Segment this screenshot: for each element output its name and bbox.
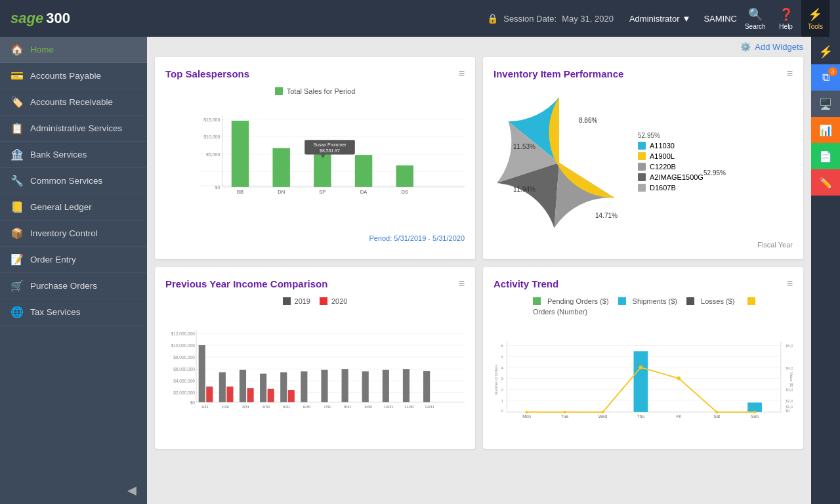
accounts-payable-icon: 💳 xyxy=(10,70,24,82)
sidebar-item-accounts-payable[interactable]: 💳 Accounts Payable xyxy=(0,63,147,89)
legend-a11030: A11030 xyxy=(638,142,793,150)
svg-rect-21 xyxy=(355,155,372,187)
sidebar-item-common-services[interactable]: 🔧 Common Services xyxy=(0,168,147,194)
help-button[interactable]: ❓ Help xyxy=(774,5,799,33)
widgets-grid: Top Salespersons ≡ Total Sales for Perio… xyxy=(155,57,803,449)
pie-percent-52: 52.95% xyxy=(638,132,793,139)
top-salespersons-title: Top Salespersons xyxy=(165,68,249,79)
svg-text:$0: $0 xyxy=(215,185,220,190)
svg-rect-11 xyxy=(232,121,249,187)
gear-icon: ⚙️ xyxy=(740,42,751,52)
svg-text:$3,000: $3,000 xyxy=(786,388,793,392)
svg-text:3: 3 xyxy=(501,377,503,381)
lightning-top-icon[interactable]: ⚡ xyxy=(818,39,833,64)
legend-2020: 2020 xyxy=(331,297,347,305)
svg-text:5/31: 5/31 xyxy=(283,405,290,409)
sidebar-item-accounts-receivable[interactable]: 🏷️ Accounts Receivable xyxy=(0,89,147,116)
edit-icon: ✏️ xyxy=(819,177,832,189)
sidebar-item-inventory-control[interactable]: 📦 Inventory Control xyxy=(0,220,147,247)
sidebar: 🏠 Home 💳 Accounts Payable 🏷️ Accounts Re… xyxy=(0,37,147,504)
svg-rect-46 xyxy=(240,370,246,402)
legend-orders: Orders (Number) xyxy=(533,308,587,316)
svg-text:6: 6 xyxy=(501,344,503,348)
legend-2019-box xyxy=(283,297,291,305)
svg-rect-49 xyxy=(260,373,266,402)
svg-text:SP: SP xyxy=(319,189,326,195)
svg-rect-13 xyxy=(272,148,289,187)
legend-2020-box xyxy=(320,297,327,305)
svg-rect-57 xyxy=(321,370,327,402)
pie-chart-area: 52.95% A11030 A1900L C1220B xyxy=(494,87,793,238)
svg-point-106 xyxy=(677,377,681,381)
svg-text:Susan Prommer: Susan Prommer xyxy=(313,142,346,147)
svg-text:11/30: 11/30 xyxy=(404,405,413,409)
right-icon-monitor[interactable]: 🖥️ xyxy=(811,91,840,117)
session-info: 🔒 Session Date: May 31, 2020 xyxy=(487,13,614,24)
svg-rect-50 xyxy=(268,389,274,402)
svg-rect-55 xyxy=(301,371,307,402)
pie-color-a1900l xyxy=(638,152,646,160)
right-icon-chart[interactable]: 📊 xyxy=(811,117,840,143)
monitor-icon: 🖥️ xyxy=(819,98,832,110)
svg-text:Wed: Wed xyxy=(598,414,608,419)
svg-point-104 xyxy=(601,411,604,413)
svg-rect-41 xyxy=(206,387,213,402)
lock-icon: 🔒 xyxy=(487,13,498,24)
content-area: ⚙️ Add Widgets Top Salespersons ≡ Total … xyxy=(147,37,811,504)
add-widgets-button[interactable]: ⚙️ Add Widgets xyxy=(740,42,803,52)
search-button[interactable]: 🔍 Search xyxy=(740,5,771,33)
svg-text:Thu: Thu xyxy=(637,414,645,419)
legend-green-box xyxy=(275,87,283,95)
activity-menu[interactable]: ≡ xyxy=(787,278,793,289)
legend-d1607b: D1607B xyxy=(638,184,793,192)
legend-2019: 2019 xyxy=(295,297,310,305)
sidebar-item-bank-services[interactable]: 🏦 Bank Services xyxy=(0,142,147,168)
legend-losses-box xyxy=(686,297,694,305)
inventory-title: Inventory Item Performance xyxy=(494,68,623,79)
add-widgets-label: Add Widgets xyxy=(755,42,803,52)
pie-color-d1607b xyxy=(638,184,646,192)
pie-legend: 52.95% A11030 A1900L C1220B xyxy=(638,132,793,194)
svg-text:$0: $0 xyxy=(786,409,789,413)
income-menu[interactable]: ≡ xyxy=(459,278,465,289)
legend-shipments: Shipments ($) xyxy=(633,297,677,305)
legend-c1220b: C1220B xyxy=(638,163,793,171)
logo-300: 300 xyxy=(46,10,70,27)
svg-text:2/29: 2/29 xyxy=(222,405,229,409)
sidebar-item-tax-services[interactable]: 🌐 Tax Services xyxy=(0,299,147,326)
svg-rect-67 xyxy=(423,371,430,402)
svg-rect-52 xyxy=(280,372,287,402)
svg-text:$10,000: $10,000 xyxy=(203,135,220,139)
sidebar-item-purchase-orders[interactable]: 🛒 Purchase Orders xyxy=(0,273,147,299)
inventory-menu[interactable]: ≡ xyxy=(787,68,793,79)
right-icon-windows[interactable]: ⧉ 3 xyxy=(811,64,840,91)
svg-text:Fri: Fri xyxy=(676,414,681,419)
tools-button[interactable]: ⚡ Tools xyxy=(801,0,830,37)
salespersons-legend: Total Sales for Period xyxy=(165,87,465,95)
chart-icon: 📊 xyxy=(819,124,832,136)
svg-text:Number of Orders: Number of Orders xyxy=(494,364,498,394)
svg-text:2: 2 xyxy=(501,388,503,392)
right-icon-edit[interactable]: ✏️ xyxy=(811,169,840,196)
svg-rect-40 xyxy=(199,345,205,402)
svg-text:0: 0 xyxy=(501,409,503,413)
sidebar-item-order-entry[interactable]: 📝 Order Entry xyxy=(0,247,147,273)
admin-button[interactable]: Administrator ▼ xyxy=(624,11,696,26)
activity-legend: Pending Orders ($) Shipments ($) Losses … xyxy=(494,297,793,318)
right-icon-doc[interactable]: 📄 xyxy=(811,143,840,169)
legend-orders-box xyxy=(747,297,755,305)
tools-icon: ⚡ xyxy=(808,7,822,22)
session-label: Session Date: xyxy=(503,14,556,24)
svg-text:$0: $0 xyxy=(190,400,196,405)
svg-text:$8,531.97: $8,531.97 xyxy=(320,148,340,153)
sidebar-collapse-button[interactable]: ◀ xyxy=(0,476,147,504)
svg-point-103 xyxy=(563,411,566,413)
svg-text:4: 4 xyxy=(501,366,503,370)
svg-text:5: 5 xyxy=(501,355,503,359)
income-title: Previous Year Income Comparison xyxy=(165,278,327,289)
sidebar-item-general-ledger[interactable]: 📒 General Ledger xyxy=(0,194,147,220)
sidebar-item-home[interactable]: 🏠 Home xyxy=(0,37,147,63)
top-salespersons-menu[interactable]: ≡ xyxy=(459,68,465,79)
svg-rect-47 xyxy=(247,388,253,402)
sidebar-item-administrative-services[interactable]: 📋 Administrative Services xyxy=(0,116,147,142)
